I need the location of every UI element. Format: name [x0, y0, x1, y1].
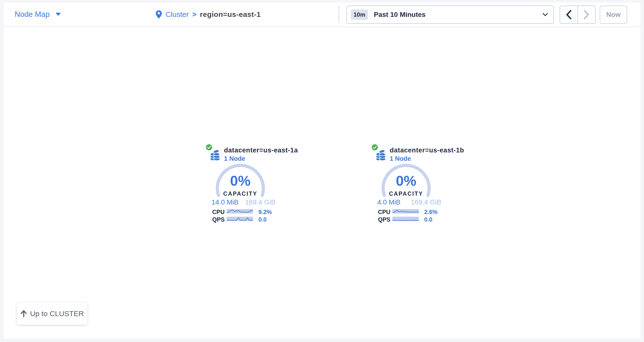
capacity-used: 14.0 MiB [212, 198, 239, 206]
time-range-label: Past 10 Minutes [374, 11, 426, 18]
view-mode-dropdown[interactable]: Node Map [15, 2, 61, 26]
time-step-forward-button[interactable] [578, 6, 595, 23]
breadcrumb: Cluster > region=us-east-1 [156, 2, 261, 26]
up-to-cluster-label: Up to CLUSTER [30, 310, 84, 318]
breadcrumb-separator: > [192, 10, 196, 18]
time-step-buttons [560, 5, 596, 24]
arrow-up-icon [20, 310, 27, 317]
breadcrumb-current: region=us-east-1 [200, 10, 261, 18]
capacity-label: CAPACITY [380, 191, 432, 197]
qps-value: 0.0 [424, 216, 432, 223]
cpu-value: 9.2% [258, 209, 272, 215]
header-divider [339, 5, 339, 23]
node-map-canvas: datacenter=us-east-1a 1 Node 0% CAPACITY… [4, 27, 640, 339]
chevron-right-icon [584, 10, 590, 19]
cpu-metric-row: CPU 9.2% [212, 209, 276, 215]
capacity-ring: 0% CAPACITY [215, 163, 266, 214]
view-mode-label: Node Map [15, 10, 50, 19]
datacenter-title: datacenter=us-east-1a [224, 147, 298, 154]
cpu-sparkline [392, 209, 419, 214]
cpu-label: CPU [378, 209, 390, 215]
capacity-used: 4.0 MiB [377, 198, 400, 206]
qps-sparkline [227, 217, 253, 221]
datacenter-node-count[interactable]: 1 Node [390, 155, 411, 162]
datacenter-card-us-east-1b[interactable]: datacenter=us-east-1b 1 Node 0% CAPACITY… [371, 143, 444, 227]
capacity-ring: 0% CAPACITY [380, 163, 432, 214]
capacity-percentage: 0% [380, 172, 432, 189]
capacity-values: 14.0 MiB 169.4 GiB [212, 198, 276, 206]
datacenter-node-count[interactable]: 1 Node [224, 155, 245, 162]
datacenter-title: datacenter=us-east-1b [390, 147, 464, 154]
cpu-value: 2.6% [424, 209, 438, 215]
qps-metric-row: QPS 0.0 [378, 216, 442, 222]
cpu-label: CPU [212, 209, 225, 215]
breadcrumb-cluster-link[interactable]: Cluster [166, 10, 189, 18]
now-button[interactable]: Now [600, 5, 627, 24]
caret-down-icon [56, 13, 61, 16]
capacity-values: 4.0 MiB 169.4 GiB [377, 198, 441, 206]
datacenter-card-us-east-1a[interactable]: datacenter=us-east-1a 1 Node 0% CAPACITY… [206, 143, 279, 227]
time-range-badge: 10m [351, 9, 368, 20]
cpu-sparkline [227, 209, 253, 214]
qps-label: QPS [378, 216, 390, 223]
capacity-label: CAPACITY [215, 191, 266, 197]
time-range-dropdown[interactable]: 10m Past 10 Minutes [346, 5, 554, 24]
capacity-percentage: 0% [215, 172, 266, 189]
chevron-left-icon [566, 10, 572, 19]
cpu-metric-row: CPU 2.6% [378, 209, 442, 215]
node-map-page: Node Map Cluster > region=us-east-1 10m … [0, 0, 644, 342]
location-pin-icon [156, 10, 162, 19]
database-stack-icon [376, 149, 386, 161]
up-to-cluster-button[interactable]: Up to CLUSTER [17, 303, 88, 325]
qps-sparkline [392, 217, 419, 221]
qps-label: QPS [212, 216, 225, 223]
database-stack-icon [210, 149, 220, 161]
header-bar: Node Map Cluster > region=us-east-1 10m … [4, 2, 640, 26]
qps-value: 0.0 [258, 216, 266, 223]
capacity-total: 169.4 GiB [245, 198, 276, 206]
qps-metric-row: QPS 0.0 [212, 216, 276, 222]
time-step-back-button[interactable] [560, 6, 578, 23]
chevron-down-icon [542, 13, 548, 16]
capacity-total: 169.4 GiB [411, 198, 441, 206]
